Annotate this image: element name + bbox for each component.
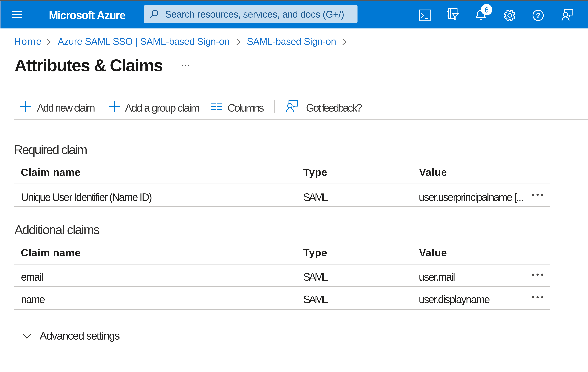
svg-text:?: ? xyxy=(536,11,540,20)
